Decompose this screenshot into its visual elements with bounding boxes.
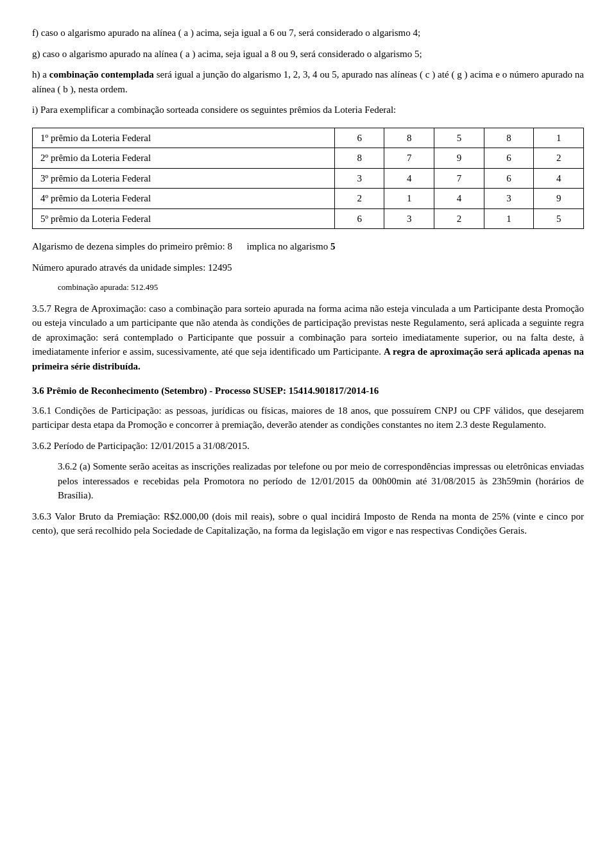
table-cell-value: 4 [384, 168, 434, 189]
algarismo-line1: Algarismo de dezena simples do primeiro … [32, 239, 584, 254]
table-cell-value: 7 [384, 148, 434, 169]
loteria-table: 1º prêmio da Loteria Federal685812º prêm… [32, 128, 584, 230]
table-cell-value: 9 [534, 189, 584, 209]
table-row: 5º prêmio da Loteria Federal63215 [33, 208, 584, 229]
table-cell-value: 2 [434, 208, 484, 229]
h-case-start: h) a [32, 69, 49, 80]
table-cell-value: 8 [484, 128, 534, 148]
section-363-paragraph: 3.6.3 Valor Bruto da Premiação: R$2.000,… [32, 509, 584, 538]
table-cell-label: 1º prêmio da Loteria Federal [33, 128, 335, 148]
table-cell-value: 3 [384, 208, 434, 229]
table-cell-value: 1 [384, 189, 434, 209]
f-case-paragraph: f) caso o algarismo apurado na alínea ( … [32, 26, 584, 40]
table-cell-value: 3 [334, 168, 384, 189]
table-cell-label: 5º prêmio da Loteria Federal [33, 208, 335, 229]
g-case-paragraph: g) caso o algarismo apurado na alínea ( … [32, 47, 584, 62]
table-row: 2º prêmio da Loteria Federal87962 [33, 148, 584, 169]
table-cell-value: 6 [484, 168, 534, 189]
table-cell-value: 6 [334, 128, 384, 148]
section-362-paragraph: 3.6.2 Período de Participação: 12/01/201… [32, 439, 584, 454]
table-cell-value: 2 [534, 148, 584, 169]
table-cell-value: 2 [334, 189, 384, 209]
table-cell-value: 1 [534, 128, 584, 148]
h-case-bold: combinação contemplada [49, 69, 154, 80]
table-cell-value: 6 [484, 148, 534, 169]
algarismo-block: Algarismo de dezena simples do primeiro … [32, 239, 584, 294]
table-cell-value: 7 [434, 168, 484, 189]
section-362a-paragraph: 3.6.2 (a) Somente serão aceitas as inscr… [58, 459, 584, 503]
algarismo-line1-part2: implica no algarismo [247, 241, 330, 251]
i-case-paragraph: i) Para exemplificar a combinação sortea… [32, 103, 584, 117]
table-row: 1º prêmio da Loteria Federal68581 [33, 128, 584, 148]
table-cell-value: 6 [334, 208, 384, 229]
table-cell-value: 5 [534, 208, 584, 229]
table-row: 3º prêmio da Loteria Federal34764 [33, 168, 584, 189]
section-36-title: 3.6 Prêmio de Reconhecimento (Setembro) … [32, 384, 584, 398]
table-cell-value: 5 [434, 128, 484, 148]
main-content: f) caso o algarismo apurado na alínea ( … [32, 26, 584, 538]
table-cell-value: 3 [484, 189, 534, 209]
h-case-paragraph: h) a combinação contemplada será igual a… [32, 67, 584, 96]
algarismo-line2: Número apurado através da unidade simple… [32, 260, 584, 275]
table-cell-value: 9 [434, 148, 484, 169]
table-cell-value: 8 [384, 128, 434, 148]
algarismo-line1-bold: 5 [330, 241, 336, 251]
algarismo-line1-part1: Algarismo de dezena simples do primeiro … [32, 241, 232, 251]
table-cell-label: 3º prêmio da Loteria Federal [33, 168, 335, 189]
table-cell-value: 4 [434, 189, 484, 209]
section-357-paragraph: 3.5.7 Regra de Aproximação: caso a combi… [32, 301, 584, 374]
table-row: 4º prêmio da Loteria Federal21439 [33, 189, 584, 209]
table-cell-label: 2º prêmio da Loteria Federal [33, 148, 335, 169]
table-cell-value: 1 [484, 208, 534, 229]
table-cell-value: 8 [334, 148, 384, 169]
table-cell-label: 4º prêmio da Loteria Federal [33, 189, 335, 209]
section-361-paragraph: 3.6.1 Condições de Participação: as pess… [32, 403, 584, 432]
table-cell-value: 4 [534, 168, 584, 189]
combinacao-apurada: combinação apurada: 512.495 [58, 281, 584, 294]
